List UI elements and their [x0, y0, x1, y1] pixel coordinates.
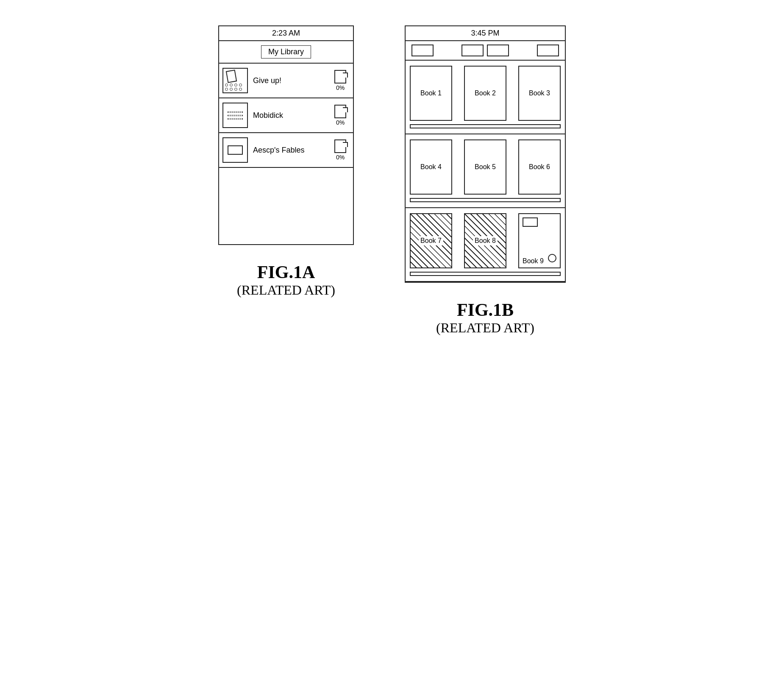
progress-icon-2: [334, 139, 346, 153]
phone-1a-mockup: 2:23 AM My Library: [218, 25, 354, 245]
fig1a-title: FIG.1A: [237, 262, 335, 282]
shelf-section-1: Book 4 Book 5 Book 6: [406, 134, 565, 208]
fig1a-subtitle: (RELATED ART): [237, 282, 335, 298]
book-thumb-2: [222, 137, 248, 163]
book-label-8: Book 9: [523, 257, 544, 265]
book-title-0: Give up!: [253, 76, 326, 85]
status-time-1a: 2:23 AM: [272, 29, 300, 37]
fig1b-subtitle: (RELATED ART): [436, 320, 534, 336]
toolbar-1b: [406, 41, 565, 61]
progress-label-1: 0%: [336, 119, 345, 126]
book-thumb-0: [222, 68, 248, 93]
progress-label-0: 0%: [336, 84, 345, 91]
fig1b-container: 3:45 PM Book 1 Book 2: [405, 25, 566, 336]
progress-icon-0: [334, 70, 346, 84]
progress-label-2: 0%: [336, 154, 345, 161]
book-thumb-1: [222, 103, 248, 128]
nav-title-1a: My Library: [261, 45, 311, 58]
shelf-section-0: Book 1 Book 2 Book 3: [406, 61, 565, 134]
book-cover-6[interactable]: Book 7: [410, 213, 452, 268]
book-cover-8[interactable]: Book 9: [518, 213, 561, 268]
shelf-row-2: Book 7 Book 8 Book 9: [410, 213, 561, 268]
thumb-rect: [228, 145, 243, 155]
book9-inner: [523, 217, 538, 227]
book-row-0[interactable]: Give up! 0%: [219, 64, 353, 98]
shelf-board-1: [410, 198, 561, 202]
phone-1b-mockup: 3:45 PM Book 1 Book 2: [405, 25, 566, 283]
figures-row: 2:23 AM My Library: [218, 25, 566, 336]
status-bar-1b: 3:45 PM: [406, 26, 565, 41]
book-title-2: Aescp's Fables: [253, 146, 326, 155]
toolbar-btn-left[interactable]: [411, 45, 434, 56]
book-title-1: Mobidick: [253, 111, 326, 120]
book-label-6: Book 7: [419, 236, 443, 245]
fig1a-caption: FIG.1A (RELATED ART): [237, 262, 335, 298]
book-cover-2[interactable]: Book 3: [518, 66, 561, 121]
book-progress-0: 0%: [331, 70, 350, 91]
book-cover-0[interactable]: Book 1: [410, 66, 452, 121]
empty-area: [219, 168, 353, 244]
book-label-0: Book 1: [420, 89, 442, 97]
shelf-row-1: Book 4 Book 5 Book 6: [410, 139, 561, 195]
book-cover-7[interactable]: Book 8: [464, 213, 506, 268]
book-row-1[interactable]: Mobidick 0%: [219, 98, 353, 133]
toolbar-btn-right[interactable]: [537, 45, 559, 56]
book-cover-1[interactable]: Book 2: [464, 66, 506, 121]
nav-bar-1a: My Library: [219, 41, 353, 64]
shelf-row-0: Book 1 Book 2 Book 3: [410, 66, 561, 121]
toolbar-btn-mid2[interactable]: [487, 45, 509, 56]
book-icon: [226, 70, 237, 83]
shelf-board-0: [410, 124, 561, 128]
fig1b-caption: FIG.1B (RELATED ART): [436, 300, 534, 336]
book-progress-2: 0%: [331, 139, 350, 161]
thumb-dots: [225, 84, 242, 91]
shelf-board-2: [410, 272, 561, 276]
fig1a-container: 2:23 AM My Library: [218, 25, 354, 298]
book-label-3: Book 4: [420, 163, 442, 171]
book-label-5: Book 6: [529, 163, 550, 171]
status-time-1b: 3:45 PM: [471, 29, 499, 37]
thumb-lines: [224, 108, 246, 123]
book-cover-4[interactable]: Book 5: [464, 139, 506, 195]
toolbar-btn-mid1[interactable]: [462, 45, 484, 56]
progress-icon-1: [334, 105, 346, 118]
book9-circle: [548, 254, 556, 262]
book-cover-3[interactable]: Book 4: [410, 139, 452, 195]
fig1b-title: FIG.1B: [436, 300, 534, 320]
book-label-1: Book 2: [475, 89, 496, 97]
book-label-4: Book 5: [475, 163, 496, 171]
book-label-7: Book 8: [473, 236, 498, 245]
book-cover-5[interactable]: Book 6: [518, 139, 561, 195]
shelf-section-2: Book 7 Book 8 Book 9: [406, 208, 565, 282]
book-progress-1: 0%: [331, 105, 350, 126]
status-bar-1a: 2:23 AM: [219, 26, 353, 41]
book-label-2: Book 3: [529, 89, 550, 97]
book-row-2[interactable]: Aescp's Fables 0%: [219, 133, 353, 168]
